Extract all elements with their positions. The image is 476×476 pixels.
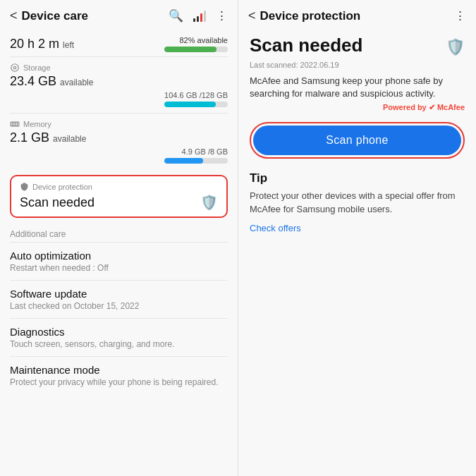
software-update-subtitle: Last checked on October 15, 2022 xyxy=(10,301,228,311)
diagnostics-title: Diagnostics xyxy=(10,326,228,338)
protection-header-label: Device protection xyxy=(32,183,92,191)
storage-bar-label: 104.6 GB /128 GB xyxy=(164,91,228,99)
battery-section: 20 h 2 m left 82% available xyxy=(0,29,238,56)
right-header-title: Device protection xyxy=(260,9,454,23)
battery-percent-label: 82% available xyxy=(180,36,228,44)
battery-bar-container: 82% available xyxy=(164,36,228,52)
software-update-title: Software update xyxy=(10,288,228,300)
maintenance-mode-title: Maintenance mode xyxy=(10,364,228,376)
signal-bar-1 xyxy=(193,18,195,22)
storage-bar-fill xyxy=(164,102,216,107)
svg-point-1 xyxy=(13,66,16,69)
scan-needed-title: Scan needed xyxy=(250,35,362,56)
diagnostics-item[interactable]: Diagnostics Touch screen, sensors, charg… xyxy=(0,319,238,356)
storage-value: 23.4 GB available xyxy=(10,74,93,88)
scan-shield-icon: 🛡️ xyxy=(446,38,465,56)
memory-section: Memory 2.1 GB available 4.9 GB /8 GB xyxy=(0,114,238,169)
battery-bar-track xyxy=(164,47,228,52)
memory-label: Memory xyxy=(10,119,228,129)
scan-needed-row: Scan needed 🛡️ xyxy=(250,35,465,59)
mcafee-brand: ✔ McAfee xyxy=(429,103,465,111)
left-header: < Device care 🔍 ⋮ xyxy=(0,0,238,29)
left-header-icons: 🔍 ⋮ xyxy=(169,8,228,23)
battery-bar-fill xyxy=(164,47,216,52)
last-scanned-text: Last scanned: 2022.06.19 xyxy=(250,61,465,69)
right-more-options-icon[interactable]: ⋮ xyxy=(454,8,466,23)
additional-care-label: Additional care xyxy=(0,224,238,242)
left-header-title: Device care xyxy=(22,9,169,23)
storage-label: Storage xyxy=(10,63,228,73)
right-content: Scan needed 🛡️ Last scanned: 2022.06.19 … xyxy=(238,29,476,476)
maintenance-mode-subtitle: Protect your privacy while your phone is… xyxy=(10,377,228,387)
diagnostics-subtitle: Touch screen, sensors, charging, and mor… xyxy=(10,339,228,349)
auto-optimization-item[interactable]: Auto optimization Restart when needed : … xyxy=(0,243,238,280)
powered-by-text: Powered by ✔ McAfee xyxy=(250,103,465,112)
protection-box-header: Device protection xyxy=(20,182,218,191)
storage-bar-row: 104.6 GB /128 GB xyxy=(10,91,228,107)
battery-time-row: 20 h 2 m left 82% available xyxy=(10,36,228,52)
right-panel: < Device protection ⋮ Scan needed 🛡️ Las… xyxy=(238,0,476,476)
signal-bar-3 xyxy=(200,13,202,22)
memory-bar-fill xyxy=(164,158,203,164)
search-icon[interactable]: 🔍 xyxy=(169,8,183,23)
protection-box-title: Scan needed xyxy=(20,195,94,210)
maintenance-mode-item[interactable]: Maintenance mode Protect your privacy wh… xyxy=(0,357,238,394)
battery-time-value: 20 h 2 m left xyxy=(10,37,74,51)
device-protection-box[interactable]: Device protection Scan needed 🛡️ xyxy=(10,175,228,218)
signal-bar-4 xyxy=(204,11,206,22)
check-offers-link[interactable]: Check offers xyxy=(250,223,301,233)
storage-section: Storage 23.4 GB available 104.6 GB /128 … xyxy=(0,57,238,113)
scan-button-wrapper: Scan phone xyxy=(250,122,465,159)
software-update-item[interactable]: Software update Last checked on October … xyxy=(0,281,238,318)
signal-bar-2 xyxy=(197,16,199,22)
auto-optimization-subtitle: Restart when needed : Off xyxy=(10,263,228,273)
signal-bars-icon xyxy=(193,11,206,22)
right-back-button[interactable]: < xyxy=(248,8,256,23)
scan-description-text: McAfee and Samsung keep your phone safe … xyxy=(250,75,465,100)
protection-box-bottom: Scan needed 🛡️ xyxy=(20,194,218,211)
tip-text: Protect your other devices with a specia… xyxy=(250,190,465,215)
left-back-button[interactable]: < xyxy=(10,8,18,23)
memory-bar-track xyxy=(164,158,228,164)
shield-warning-icon: 🛡️ xyxy=(200,194,218,211)
scan-phone-button[interactable]: Scan phone xyxy=(253,126,461,155)
storage-bar-track xyxy=(164,102,228,107)
memory-bar-row: 4.9 GB /8 GB xyxy=(10,147,228,164)
svg-point-0 xyxy=(11,64,19,72)
left-panel: < Device care 🔍 ⋮ 20 h 2 m left 82% avai… xyxy=(0,0,238,476)
right-header: < Device protection ⋮ xyxy=(238,0,476,29)
memory-bar-label: 4.9 GB /8 GB xyxy=(182,147,228,156)
auto-optimization-title: Auto optimization xyxy=(10,250,228,262)
memory-value: 2.1 GB available xyxy=(10,130,86,145)
more-options-icon[interactable]: ⋮ xyxy=(216,8,228,23)
tip-title: Tip xyxy=(250,171,465,185)
